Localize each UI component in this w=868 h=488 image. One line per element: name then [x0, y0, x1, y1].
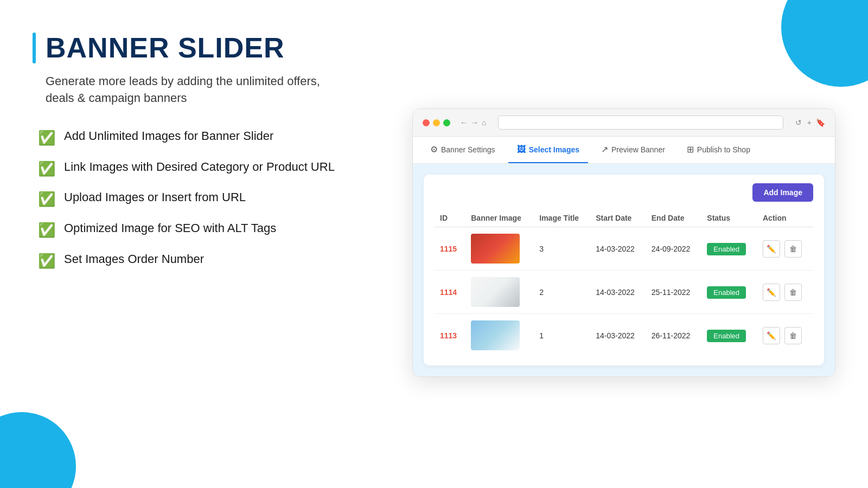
list-item: ✅ Link Images with Desired Category or P…	[38, 159, 347, 178]
check-icon: ✅	[38, 160, 55, 178]
list-item: ✅ Optimized Image for SEO with ALT Tags	[38, 221, 347, 240]
list-item: ✅ Upload Images or Insert from URL	[38, 190, 347, 209]
delete-button[interactable]: 🗑	[784, 240, 802, 258]
image-icon: 🖼	[517, 145, 526, 155]
edit-button[interactable]: ✏️	[763, 327, 780, 344]
cell-status: Enabled	[701, 227, 757, 271]
table-card: Add Image ID Banner Image Image Title St…	[424, 175, 824, 365]
delete-button[interactable]: 🗑	[784, 284, 802, 301]
page-title: BANNER SLIDER	[46, 33, 285, 63]
heading-accent-bar	[33, 33, 36, 63]
tabs-bar: ⚙ Banner Settings 🖼 Select Images ↗ Prev…	[413, 137, 835, 164]
browser-action-buttons: + 🔖	[807, 118, 825, 127]
row-id-value: 1113	[440, 331, 457, 340]
cell-id: 1113	[435, 314, 465, 357]
cell-id: 1114	[435, 271, 465, 314]
row-id-value: 1115	[440, 245, 457, 253]
forward-icon[interactable]: →	[471, 118, 478, 127]
cell-banner-image	[465, 271, 534, 314]
tab-banner-settings[interactable]: ⚙ Banner Settings	[422, 137, 504, 163]
col-start-date: Start Date	[590, 209, 646, 227]
table-header: ID Banner Image Image Title Start Date E…	[435, 209, 813, 227]
table-row: 1113 1 14-03-2022 26-11-2022 Enabled ✏️ …	[435, 314, 813, 357]
check-icon: ✅	[38, 190, 55, 209]
browser-window: ← → ⌂ ↺ + 🔖 ⚙ Banner Settings 🖼 Select I…	[412, 108, 835, 377]
cell-action: ✏️ 🗑	[757, 271, 813, 314]
add-tab-icon[interactable]: +	[807, 118, 812, 127]
table-row: 1115 3 14-03-2022 24-09-2022 Enabled ✏️ …	[435, 227, 813, 271]
tab-preview-banner-label: Preview Banner	[611, 145, 665, 154]
status-badge: Enabled	[707, 243, 746, 255]
col-end-date: End Date	[646, 209, 702, 227]
check-icon: ✅	[38, 252, 55, 271]
right-panel: ← → ⌂ ↺ + 🔖 ⚙ Banner Settings 🖼 Select I…	[412, 108, 835, 377]
cell-action: ✏️ 🗑	[757, 227, 813, 271]
minimize-button-dot[interactable]	[433, 119, 440, 126]
banner-thumbnail	[471, 320, 520, 350]
col-status: Status	[701, 209, 757, 227]
home-icon[interactable]: ⌂	[482, 118, 486, 127]
cell-image-title: 2	[534, 271, 590, 314]
features-list: ✅ Add Unlimited Images for Banner Slider…	[33, 129, 347, 271]
browser-bar: ← → ⌂ ↺ + 🔖	[413, 109, 835, 137]
delete-button[interactable]: 🗑	[784, 327, 802, 344]
check-icon: ✅	[38, 221, 55, 240]
cell-id: 1115	[435, 227, 465, 271]
list-item: ✅ Set Images Order Number	[38, 252, 347, 271]
close-button-dot[interactable]	[423, 119, 430, 126]
tab-publish-to-shop[interactable]: ⊞ Publish to Shop	[678, 137, 759, 163]
banner-thumbnail	[471, 277, 520, 307]
feature-text: Link Images with Desired Category or Pro…	[64, 159, 335, 175]
maximize-button-dot[interactable]	[443, 119, 450, 126]
cell-action: ✏️ 🗑	[757, 314, 813, 357]
content-area: Add Image ID Banner Image Image Title St…	[413, 164, 835, 376]
cell-image-title: 3	[534, 227, 590, 271]
cell-start-date: 14-03-2022	[590, 314, 646, 357]
refresh-icon[interactable]: ↺	[795, 118, 802, 127]
cell-banner-image	[465, 314, 534, 357]
cell-status: Enabled	[701, 314, 757, 357]
edit-button[interactable]: ✏️	[763, 240, 780, 258]
row-id-value: 1114	[440, 288, 457, 297]
thumb-inner	[471, 320, 520, 350]
action-buttons: ✏️ 🗑	[763, 284, 808, 301]
preview-icon: ↗	[601, 144, 608, 155]
col-banner-image: Banner Image	[465, 209, 534, 227]
cell-image-title: 1	[534, 314, 590, 357]
feature-text: Optimized Image for SEO with ALT Tags	[64, 221, 276, 236]
check-icon: ✅	[38, 129, 55, 147]
status-badge: Enabled	[707, 286, 746, 299]
tab-select-images[interactable]: 🖼 Select Images	[508, 137, 588, 163]
back-icon[interactable]: ←	[460, 118, 468, 127]
images-table: ID Banner Image Image Title Start Date E…	[435, 209, 813, 357]
cell-end-date: 25-11-2022	[646, 271, 702, 314]
tab-select-images-label: Select Images	[529, 145, 579, 154]
cell-banner-image	[465, 227, 534, 271]
thumb-inner	[471, 277, 520, 307]
browser-traffic-lights	[423, 119, 450, 126]
browser-address-bar[interactable]	[498, 115, 783, 130]
feature-text: Upload Images or Insert from URL	[64, 190, 246, 206]
cell-end-date: 26-11-2022	[646, 314, 702, 357]
tab-preview-banner[interactable]: ↗ Preview Banner	[592, 137, 674, 163]
edit-button[interactable]: ✏️	[763, 284, 780, 301]
deco-bottom-left-circle	[0, 412, 76, 488]
add-image-button[interactable]: Add Image	[752, 183, 813, 202]
status-badge: Enabled	[707, 330, 746, 342]
page-subtitle: Generate more leads by adding the unlimi…	[33, 73, 347, 107]
bookmark-icon[interactable]: 🔖	[816, 118, 825, 127]
banner-thumbnail	[471, 234, 520, 264]
left-panel: BANNER SLIDER Generate more leads by add…	[33, 33, 347, 271]
col-id: ID	[435, 209, 465, 227]
feature-text: Set Images Order Number	[64, 252, 204, 267]
settings-icon: ⚙	[430, 144, 438, 155]
thumb-inner	[471, 234, 520, 264]
browser-nav: ← → ⌂	[460, 118, 486, 127]
add-image-row: Add Image	[435, 183, 813, 202]
col-image-title: Image Title	[534, 209, 590, 227]
cell-start-date: 14-03-2022	[590, 271, 646, 314]
action-buttons: ✏️ 🗑	[763, 240, 808, 258]
cell-end-date: 24-09-2022	[646, 227, 702, 271]
tab-banner-settings-label: Banner Settings	[441, 145, 495, 154]
table-row: 1114 2 14-03-2022 25-11-2022 Enabled ✏️ …	[435, 271, 813, 314]
